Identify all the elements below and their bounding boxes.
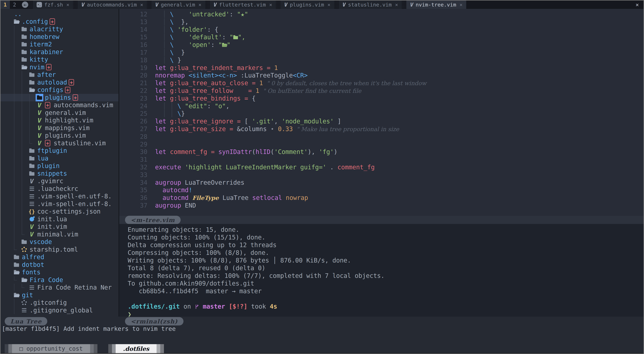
code-line[interactable]: 23let g:lua_tree_bindings = { [119, 95, 644, 102]
tree-item-Fira Code Retina Ner[interactable]: Fira Code Retina Ner [0, 284, 118, 291]
terminal-window[interactable]: Enumerating objects: 15, done.Counting o… [119, 224, 644, 317]
tree-item-general.vim[interactable]: Vgeneral.vim [0, 109, 118, 117]
tab-page-2[interactable]: 2 [10, 0, 19, 9]
code-line[interactable]: 26let g:lua_tree_ignore = [ '.git', 'nod… [119, 118, 644, 125]
vim-icon: V [342, 1, 346, 8]
tab-plugins.vim[interactable]: Vplugins.vim× [280, 0, 334, 9]
tree-item-Fira Code[interactable]: Fira Code [0, 276, 118, 284]
tree-item-mappings.vim[interactable]: Vmappings.vim [0, 124, 118, 132]
tree-item-iterm2[interactable]: iterm2 [0, 40, 118, 48]
vim-file-icon: V [38, 109, 42, 116]
code-line[interactable]: 37augroup END [119, 202, 644, 209]
close-icon[interactable]: × [269, 2, 272, 8]
tree-item-.vim-spell-en.utf-8.[interactable]: .vim-spell-en.utf-8. [0, 193, 118, 200]
tree-item-coc-settings.json[interactable]: {}coc-settings.json [0, 208, 118, 215]
tree-item-.config[interactable]: .config+ [0, 18, 118, 25]
tree-item-init.vim[interactable]: Vinit.vim [0, 223, 118, 231]
tree-item-.vim-spell-en.utf-8.[interactable]: .vim-spell-en.utf-8. [0, 200, 118, 208]
folder-icon [22, 43, 27, 46]
code-line[interactable]: 15 │ \ 'default': "", [119, 33, 644, 41]
close-icon[interactable]: × [140, 2, 143, 8]
tree-item-statusline.vim[interactable]: V+statusline.vim [0, 139, 118, 147]
code-line[interactable]: 27let g:lua_tree_size = &columns ⋆ 0.33 … [119, 125, 644, 133]
tree-item-highlight.vim[interactable]: Vhighlight.vim [0, 117, 118, 124]
tab-general.vim[interactable]: Vgeneral.vim× [152, 0, 205, 9]
tree-item-after[interactable]: after [0, 71, 118, 79]
tree-item-configs[interactable]: configs+ [0, 86, 118, 94]
close-icon[interactable]: × [328, 2, 330, 8]
tree-item-init.lua[interactable]: init.lua [0, 215, 118, 223]
tree-item-plugins[interactable]: plugins+ [0, 94, 118, 101]
code-line[interactable]: 19let g:lua_tree_indent_markers = 1 [119, 64, 644, 72]
tree-item-alfred[interactable]: alfred [0, 253, 118, 261]
tree-item-snippets[interactable]: snippets [0, 170, 118, 178]
code-line[interactable]: 33 [119, 171, 644, 179]
tree-item-homebrew[interactable]: homebrew [0, 33, 118, 41]
tree-item-kitty[interactable]: kitty [0, 56, 118, 63]
tree-item-autoload[interactable]: autoload+ [0, 79, 118, 86]
tree-item-git[interactable]: git [0, 291, 118, 299]
tree-item-label: coc-settings.json [37, 208, 100, 215]
tree-item-.gvimrc[interactable]: V.gvimrc [0, 177, 118, 185]
close-icon[interactable]: × [66, 2, 69, 8]
vim-file-icon: V [38, 101, 42, 109]
tree-item-nvim[interactable]: nvim+ [0, 63, 118, 71]
code-line[interactable]: 21let g:lua_tree_auto_close = 1 " 0 by d… [119, 79, 644, 87]
tree-item-.gitconfig[interactable]: .gitconfig [0, 299, 118, 307]
tree-item-..[interactable]: .. [0, 10, 118, 18]
folder-icon [29, 172, 34, 176]
code-line[interactable]: 31 [119, 156, 644, 163]
tab-nvim-tree.vim[interactable]: Vnvim-tree.vim× [406, 0, 466, 9]
tree-item-lua[interactable]: lua [0, 155, 118, 162]
code-line[interactable]: 34augroup LuaTreeOverrides [119, 179, 644, 187]
code-line[interactable]: 24 │ │ \ "edit": "o", [119, 102, 644, 110]
code-line[interactable]: 17 │ \ } [119, 49, 644, 56]
tree-item-minimal.vim[interactable]: Vminimal.vim [0, 231, 118, 238]
editor-window[interactable]: 12 │ \ 'untracked': "★"13 │ \ },14 │ \ '… [119, 9, 644, 216]
indent-guide [20, 231, 28, 238]
tree-item-plugins.vim[interactable]: Vplugins.vim [0, 132, 118, 139]
line-number: 28 [119, 133, 148, 141]
close-icon[interactable]: × [395, 2, 398, 8]
file-tree-window[interactable]: ...config+alacrittyhomebrewiterm2karabin… [0, 9, 118, 317]
tmux-window-opportunity_cost[interactable]: □ opportunity_cost [5, 344, 98, 353]
close-icon[interactable]: × [198, 2, 202, 8]
tree-item-ftplugin[interactable]: ftplugin [0, 147, 118, 155]
code-line[interactable]: 12 │ \ 'untracked': "★" [119, 10, 644, 18]
tmux-window-.dotfiles[interactable]: .dotfiles [108, 344, 164, 353]
close-all-icon[interactable]: ✕ [631, 0, 644, 9]
code-line[interactable]: 30let comment_fg = synIDattr(hlID('Comme… [119, 148, 644, 156]
tree-item-label: .. [14, 10, 22, 17]
code-line[interactable]: 20nnoremap <silent><c-n> :LuaTreeToggle<… [119, 72, 644, 79]
prompt-char-line[interactable]: ❯ [128, 311, 644, 317]
tree-item-plugin[interactable]: plugin [0, 162, 118, 170]
code-line[interactable]: 36 autocmd FileType LuaTree setlocal now… [119, 194, 644, 202]
tree-item-karabiner[interactable]: karabiner [0, 48, 118, 56]
code-line[interactable]: 22let g:lua_tree_follow = 1 " On bufEnte… [119, 87, 644, 95]
tab-page-1[interactable]: 1 [0, 0, 10, 9]
tree-item-alacritty[interactable]: alacritty [0, 25, 118, 33]
code-line[interactable]: 25 │ │ \} [119, 110, 644, 118]
code-line[interactable]: 16 │ \ 'open': "" [119, 41, 644, 49]
tab-fzf.sh[interactable]: >_fzf.sh× [33, 0, 73, 9]
code-line[interactable]: 18 │ \ } [119, 56, 644, 64]
code-line[interactable]: 14 │ \ 'folder': { [119, 26, 644, 33]
tree-item-starship.toml[interactable]: starship.toml [0, 246, 118, 254]
tree-item-autocommands.vim[interactable]: V+autocommands.vim [0, 101, 118, 109]
code-line[interactable]: 28 [119, 133, 644, 141]
tab-fluttertest.vim[interactable]: Vfluttertest.vim× [210, 0, 276, 9]
tree-item-.luacheckrc[interactable]: .luacheckrc [0, 185, 118, 193]
back-icon[interactable]: ← [22, 1, 28, 8]
tab-statusline.vim[interactable]: Vstatusline.vim× [339, 0, 402, 9]
tree-item-vscode[interactable]: vscode [0, 238, 118, 246]
code-line[interactable]: 32execute 'highlight LuaTreeIndentMarker… [119, 163, 644, 171]
tree-item-.gitignore_global[interactable]: .gitignore_global [0, 307, 118, 314]
code-line[interactable]: 35 autocmd! [119, 186, 644, 194]
close-icon[interactable]: × [460, 2, 462, 8]
tab-autocommands.vim[interactable]: Vautocommands.vim× [78, 0, 147, 9]
code-line[interactable]: 29 [119, 141, 644, 148]
tree-item-dotbot[interactable]: dotbot [0, 261, 118, 269]
line-number: 15 [119, 33, 148, 41]
tree-item-fonts[interactable]: fonts [0, 269, 118, 276]
code-line[interactable]: 13 │ \ }, [119, 18, 644, 26]
